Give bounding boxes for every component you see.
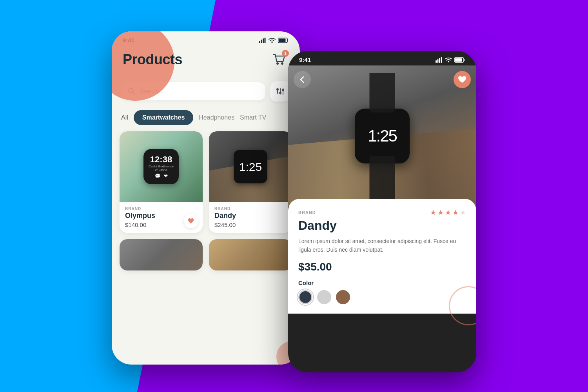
cart-button[interactable]: 1	[269, 50, 289, 69]
status-bar-2: 9:41	[288, 51, 476, 65]
color-options	[298, 290, 466, 304]
watch-display-1: 12:38 České Budějovice2° Jasno 💬 ❤	[143, 149, 179, 184]
heart-icon-1	[188, 218, 194, 224]
detail-favorite-button[interactable]	[454, 71, 471, 88]
brand-label-2: BRAND	[214, 207, 287, 211]
category-headphones[interactable]: Headphones	[199, 114, 234, 121]
status-time-2: 9:41	[299, 56, 311, 63]
status-icons-1	[259, 38, 289, 43]
svg-point-8	[271, 41, 273, 43]
watch-date-1: České Budějovice2° Jasno	[149, 165, 174, 172]
back-button[interactable]	[294, 71, 311, 88]
product-detail-phone: 9:41	[288, 51, 476, 372]
signal-icon-2	[436, 57, 443, 63]
watch-time-2: 1:25	[239, 160, 262, 173]
detail-brand-label: BRAND	[298, 210, 316, 215]
phone1-header: Products 1	[112, 46, 300, 76]
wifi-icon-2	[445, 57, 452, 63]
detail-description: Lorem ipsum dolor sit amet, consectetur …	[298, 237, 466, 254]
watch-detail-time: 1:25	[368, 127, 397, 145]
product-detail-panel: BRAND ★ ★ ★ ★ ★ Dandy Lorem ipsum dolor …	[288, 199, 476, 314]
product-price-2: $245.00	[214, 221, 287, 228]
category-all[interactable]: All	[121, 114, 128, 121]
svg-rect-5	[261, 40, 262, 43]
category-smart-tv[interactable]: Smart TV	[240, 114, 266, 121]
battery-icon-2	[454, 57, 465, 63]
detail-brand-row: BRAND ★ ★ ★ ★ ★	[298, 208, 466, 217]
stars-rating: ★ ★ ★ ★ ★	[430, 208, 466, 217]
svg-rect-10	[279, 38, 286, 42]
filter-icon	[276, 87, 285, 95]
heart-icon-detail	[458, 76, 466, 83]
watch-display-2: 1:25	[234, 150, 267, 183]
product-name-2: Dandy	[214, 212, 287, 220]
svg-rect-27	[455, 58, 462, 62]
color-swatch-dark-blue[interactable]	[298, 290, 312, 304]
svg-point-25	[448, 61, 449, 62]
watch-detail-display: 1:25	[355, 109, 410, 163]
svg-rect-22	[437, 59, 439, 63]
star-5: ★	[460, 208, 466, 217]
product-info-dandy: BRAND Dandy $245.00	[209, 202, 292, 233]
partial-image-2	[209, 239, 292, 270]
svg-rect-24	[441, 57, 442, 63]
watch-time-1: 12:38	[150, 154, 172, 165]
detail-product-name: Dandy	[298, 218, 466, 233]
favorite-button-1[interactable]	[184, 214, 198, 228]
detail-price: $35.00	[298, 261, 466, 273]
color-section-label: Color	[298, 279, 466, 286]
wifi-icon	[269, 38, 276, 43]
svg-point-11	[276, 62, 279, 65]
svg-point-16	[276, 88, 279, 91]
star-3: ★	[445, 208, 451, 217]
cart-badge: 1	[282, 50, 289, 57]
brand-label-1: BRAND	[125, 207, 197, 211]
partial-image-1	[120, 239, 203, 270]
product-info-olympus: BRAND Olympus $140.00	[120, 202, 203, 233]
battery-icon	[278, 38, 289, 43]
page-title: Products	[123, 51, 182, 68]
star-2: ★	[437, 208, 444, 217]
partial-card-2	[209, 239, 292, 270]
filter-button[interactable]	[270, 81, 290, 102]
star-4: ★	[452, 208, 459, 217]
product-card-dandy[interactable]: 1:25 BRAND Dandy $245.00	[209, 131, 292, 233]
category-smartwatches[interactable]: Smartwatches	[134, 110, 194, 125]
product-detail-image: 1:25	[288, 65, 476, 207]
products-grid: 12:38 České Budějovice2° Jasno 💬 ❤ BRAND…	[112, 131, 300, 233]
svg-rect-23	[439, 58, 440, 63]
back-icon	[298, 75, 307, 84]
svg-point-12	[281, 62, 283, 65]
status-icons-2	[436, 57, 465, 63]
categories-row: All Smartwatches Headphones Smart TV	[112, 107, 300, 131]
product-card-olympus[interactable]: 12:38 České Budějovice2° Jasno 💬 ❤ BRAND…	[120, 131, 203, 233]
svg-rect-4	[259, 41, 260, 43]
product-image-dandy: 1:25	[209, 131, 292, 202]
partial-card-1	[120, 239, 203, 270]
svg-rect-21	[436, 60, 437, 63]
product-image-olympus: 12:38 České Budějovice2° Jasno 💬 ❤	[120, 131, 203, 202]
product-list-phone: 9:41	[112, 31, 300, 365]
watch-detail-background: 1:25	[288, 65, 476, 207]
svg-rect-6	[263, 38, 264, 43]
watch-band-top	[370, 73, 395, 113]
star-1: ★	[430, 208, 436, 217]
svg-point-20	[282, 89, 284, 91]
color-swatch-light-gray[interactable]	[317, 290, 331, 304]
svg-rect-7	[265, 38, 266, 43]
signal-icon	[259, 38, 266, 43]
svg-point-18	[279, 92, 281, 94]
partial-products-row	[112, 233, 300, 270]
color-swatch-brown[interactable]	[336, 290, 350, 304]
